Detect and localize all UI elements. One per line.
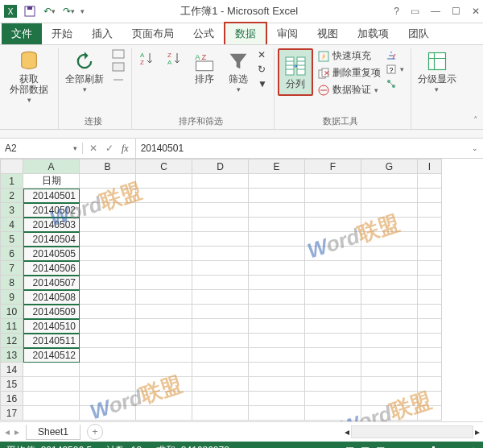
cell[interactable] — [361, 406, 418, 421]
cell[interactable] — [249, 276, 305, 290]
tab-home[interactable]: 开始 — [42, 23, 82, 44]
cell[interactable] — [136, 203, 192, 218]
table-row[interactable]: 1120140510 — [1, 319, 442, 334]
cell[interactable] — [192, 319, 249, 334]
cell[interactable] — [305, 203, 361, 218]
row-header[interactable]: 5 — [1, 232, 23, 247]
row-header[interactable]: 4 — [1, 218, 23, 232]
zoom-control[interactable]: − + — [399, 445, 477, 448]
cell[interactable] — [361, 290, 418, 305]
cell[interactable] — [418, 247, 442, 261]
table-row[interactable]: 220140501 — [1, 189, 442, 203]
cell[interactable] — [249, 319, 305, 334]
cell[interactable] — [418, 276, 442, 290]
cell[interactable]: 20140512 — [23, 348, 80, 363]
cell[interactable] — [249, 334, 305, 348]
formula-input[interactable]: 20140501 — [135, 139, 467, 158]
table-row[interactable]: 920140508 — [1, 290, 442, 305]
row-header[interactable]: 17 — [1, 406, 23, 421]
view-layout-icon[interactable]: ▤ — [361, 445, 369, 448]
col-header-i[interactable]: I — [418, 160, 442, 174]
cell[interactable] — [192, 363, 249, 377]
col-header-g[interactable]: G — [361, 160, 418, 174]
cell[interactable] — [418, 406, 442, 421]
cell[interactable] — [305, 348, 361, 363]
cell[interactable] — [80, 319, 136, 334]
text-to-columns-button[interactable]: 分列 — [278, 48, 313, 96]
cell[interactable] — [418, 232, 442, 247]
cell[interactable] — [249, 363, 305, 377]
cell[interactable] — [418, 203, 442, 218]
cell[interactable] — [136, 218, 192, 232]
cell[interactable] — [249, 305, 305, 319]
tab-view[interactable]: 视图 — [308, 23, 348, 44]
cell[interactable] — [418, 290, 442, 305]
cell[interactable] — [361, 203, 418, 218]
cell[interactable]: 20140510 — [23, 319, 80, 334]
close-icon[interactable]: ✕ — [472, 6, 480, 17]
cell[interactable]: 日期 — [23, 174, 80, 189]
cell[interactable] — [192, 305, 249, 319]
reapply-icon[interactable]: ↻ — [258, 63, 267, 76]
cell[interactable] — [305, 276, 361, 290]
cell[interactable] — [23, 392, 80, 406]
cell[interactable] — [23, 363, 80, 377]
row-header[interactable]: 9 — [1, 290, 23, 305]
tab-insert[interactable]: 插入 — [82, 23, 122, 44]
cell[interactable] — [305, 305, 361, 319]
cell[interactable] — [136, 174, 192, 189]
outline-button[interactable]: 分级显示▾ — [415, 48, 460, 96]
table-row[interactable]: 820140507 — [1, 276, 442, 290]
cell[interactable] — [192, 218, 249, 232]
cell[interactable] — [136, 189, 192, 203]
cell[interactable] — [249, 392, 305, 406]
cell[interactable] — [23, 406, 80, 421]
cell[interactable] — [136, 406, 192, 421]
tab-file[interactable]: 文件 — [2, 23, 42, 44]
cell[interactable] — [305, 319, 361, 334]
row-header[interactable]: 2 — [1, 189, 23, 203]
table-row[interactable]: 520140504 — [1, 232, 442, 247]
cell[interactable] — [418, 392, 442, 406]
row-header[interactable]: 8 — [1, 276, 23, 290]
cell[interactable] — [80, 189, 136, 203]
view-pagebreak-icon[interactable]: ▥ — [376, 445, 385, 448]
cell[interactable] — [361, 232, 418, 247]
cell[interactable] — [305, 334, 361, 348]
cell[interactable] — [361, 334, 418, 348]
cell[interactable] — [305, 247, 361, 261]
cell[interactable] — [192, 174, 249, 189]
cell[interactable]: 20140507 — [23, 276, 80, 290]
cell[interactable] — [305, 174, 361, 189]
namebox-dropdown-icon[interactable]: ▾ — [73, 144, 77, 152]
horizontal-scrollbar[interactable]: ◂ ▸ — [109, 425, 483, 438]
minimize-icon[interactable]: — — [431, 6, 440, 17]
cell[interactable] — [305, 232, 361, 247]
cell[interactable] — [249, 232, 305, 247]
cell[interactable] — [192, 261, 249, 276]
cell[interactable] — [192, 203, 249, 218]
col-header-a[interactable]: A — [23, 160, 80, 174]
cell[interactable] — [305, 290, 361, 305]
cell[interactable] — [361, 261, 418, 276]
cell[interactable] — [305, 392, 361, 406]
table-row[interactable]: 1320140512 — [1, 348, 442, 363]
row-header[interactable]: 14 — [1, 363, 23, 377]
cancel-icon[interactable]: ✕ — [89, 143, 97, 154]
cell[interactable] — [192, 334, 249, 348]
cell[interactable]: 20140509 — [23, 305, 80, 319]
ribbon-collapse-icon[interactable]: ˄ — [473, 115, 478, 126]
scroll-left-icon[interactable]: ◂ — [345, 426, 349, 438]
sort-button[interactable]: AZ 排序 — [190, 48, 219, 86]
cell[interactable] — [361, 377, 418, 392]
cell[interactable] — [80, 261, 136, 276]
cell[interactable] — [249, 218, 305, 232]
cell[interactable] — [80, 348, 136, 363]
sort-asc-button[interactable]: AZ — [135, 48, 158, 68]
cell[interactable] — [361, 348, 418, 363]
cell[interactable] — [418, 261, 442, 276]
table-row[interactable]: 620140505 — [1, 247, 442, 261]
cell[interactable] — [361, 247, 418, 261]
table-row[interactable]: 720140506 — [1, 261, 442, 276]
cell[interactable] — [136, 276, 192, 290]
